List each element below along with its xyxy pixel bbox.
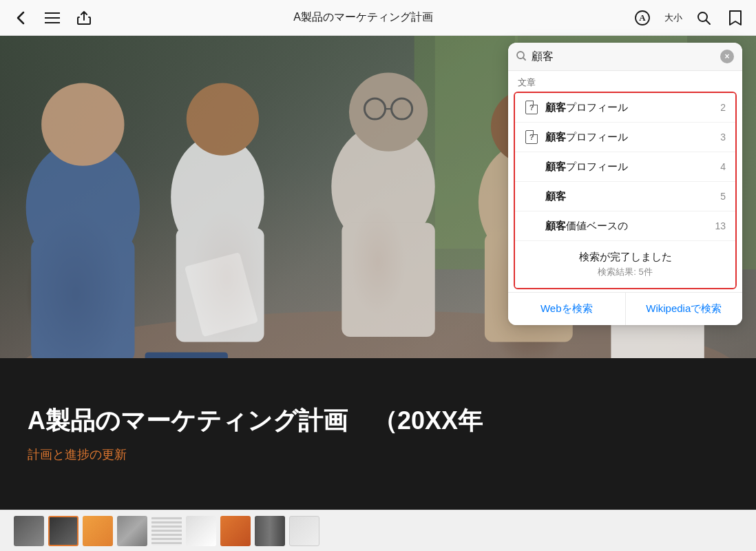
result-page-3: 4 [720,161,726,172]
thumbnail-9[interactable] [289,516,319,546]
document-main-title: A製品のマーケティング計画 （20XX年 [28,404,728,438]
svg-point-18 [349,72,428,151]
annotation-icon[interactable]: A [633,8,652,28]
thumbnail-strip [0,510,756,551]
result-highlight-4: 顧客 [545,190,566,202]
thumbnail-1[interactable] [14,516,44,546]
svg-point-11 [41,83,124,165]
result-icon-1: ? [525,101,538,114]
document-title: A製品のマーケティング計画 [94,10,633,25]
result-highlight-3: 顧客 [545,160,566,172]
svg-point-14 [187,83,259,155]
bottom-actions: Webを検索 Wikipediaで検索 [508,292,742,325]
svg-line-6 [706,20,711,24]
text-size-button[interactable]: 大小 [664,8,682,28]
page-with-question-icon-2: ? [525,130,538,144]
search-magnifier-icon [516,51,526,63]
result-item-2[interactable]: ? 顧客プロフィール 3 [515,123,735,152]
search-input[interactable] [532,50,720,63]
toolbar: A製品のマーケティング計画 A 大小 [0,0,756,36]
svg-rect-12 [31,238,134,358]
thumbnail-2[interactable] [48,516,78,546]
result-text-1: 顧客プロフィール [545,101,715,114]
result-page-5: 13 [715,220,726,231]
thumbnail-4[interactable] [117,516,147,546]
search-clear-button[interactable]: × [720,50,734,63]
status-sub-text: 検索結果: 5件 [525,266,726,278]
result-text-4: 顧客 [545,190,715,203]
result-page-4: 5 [720,191,726,202]
share-icon[interactable] [74,8,94,28]
result-highlight-5: 顧客 [545,220,566,231]
bookmark-icon[interactable] [726,8,745,28]
list-icon[interactable] [43,8,62,28]
status-main-text: 検索が完了しました [525,251,726,264]
thumbnail-6[interactable] [186,516,216,546]
result-icon-4 [525,189,538,203]
results-section-label: 文章 [508,71,742,92]
result-page-2: 3 [720,132,726,143]
result-text-3: 顧客プロフィール [545,160,715,174]
thumbnail-5[interactable] [151,516,182,546]
svg-rect-19 [342,223,434,337]
result-icon-5 [525,219,538,233]
result-text-5: 顧客価値ベースの [545,220,709,233]
result-icon-2: ? [525,130,538,144]
back-button[interactable] [11,8,30,28]
svg-text:A: A [639,12,646,23]
document-bottom: A製品のマーケティング計画 （20XX年 計画と進捗の更新 [0,358,756,510]
result-page-1: 2 [720,102,726,113]
svg-line-32 [523,58,525,60]
page-with-question-icon-1: ? [525,101,538,114]
search-panel: × 文章 ? 顧客プロフィール 2 ? 顧客プロフィール 3 [508,43,742,325]
search-button[interactable] [694,8,713,28]
document-subtitle: 計画と進捗の更新 [28,446,728,463]
result-icon-3 [525,160,538,174]
thumbnail-3[interactable] [83,516,113,546]
thumbnail-8[interactable] [255,516,285,546]
svg-rect-29 [145,353,228,358]
result-item-1[interactable]: ? 顧客プロフィール 2 [515,93,735,123]
clear-icon: × [724,52,729,61]
thumbnail-7[interactable] [220,516,251,546]
result-highlight-2: 顧客 [545,131,566,143]
web-search-button[interactable]: Webを検索 [508,293,626,325]
wikipedia-search-button[interactable]: Wikipediaで検索 [626,293,743,325]
search-status: 検索が完了しました 検索結果: 5件 [515,241,735,288]
result-item-3[interactable]: 顧客プロフィール 4 [515,152,735,182]
search-results-list: ? 顧客プロフィール 2 ? 顧客プロフィール 3 顧客プロフィール 4 [514,92,737,289]
result-item-4[interactable]: 顧客 5 [515,182,735,211]
result-text-2: 顧客プロフィール [545,131,715,144]
result-item-5[interactable]: 顧客価値ベースの 13 [515,211,735,241]
result-highlight-1: 顧客 [545,101,566,113]
search-input-row: × [508,43,742,71]
